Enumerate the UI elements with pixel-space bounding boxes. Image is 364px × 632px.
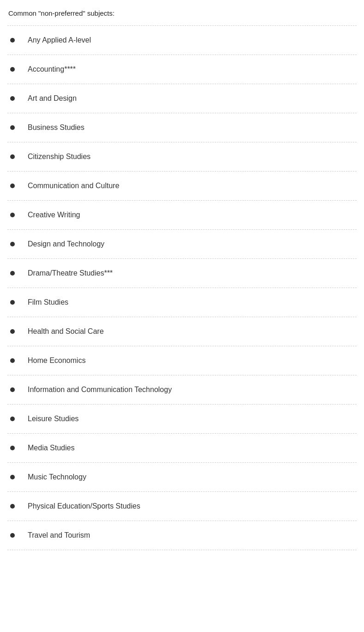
list-item-art-and-design: Art and Design bbox=[7, 84, 357, 113]
subject-label: Communication and Culture bbox=[28, 182, 119, 190]
bullet-icon bbox=[10, 446, 15, 450]
list-item-physical-education-sports-studies: Physical Education/Sports Studies bbox=[7, 492, 357, 521]
bullet-icon bbox=[10, 213, 15, 217]
list-item-citizenship-studies: Citizenship Studies bbox=[7, 142, 357, 172]
subject-label: Creative Writing bbox=[28, 211, 80, 219]
list-item-health-and-social-care: Health and Social Care bbox=[7, 317, 357, 346]
list-item-leisure-studies: Leisure Studies bbox=[7, 405, 357, 434]
page-container: Common "non-preferred" subjects: Any App… bbox=[0, 0, 364, 569]
subject-label: Leisure Studies bbox=[28, 415, 79, 423]
bullet-icon bbox=[10, 125, 15, 130]
subject-label: Design and Technology bbox=[28, 240, 104, 248]
subject-label: Travel and Tourism bbox=[28, 531, 90, 540]
page-heading: Common "non-preferred" subjects: bbox=[7, 9, 357, 17]
subject-label: Information and Communication Technology bbox=[28, 386, 172, 394]
subject-label: Drama/Theatre Studies*** bbox=[28, 269, 113, 277]
subject-label: Citizenship Studies bbox=[28, 153, 91, 161]
list-item-media-studies: Media Studies bbox=[7, 434, 357, 463]
bullet-icon bbox=[10, 533, 15, 538]
list-item-business-studies: Business Studies bbox=[7, 113, 357, 142]
list-item-communication-and-culture: Communication and Culture bbox=[7, 172, 357, 201]
bullet-icon bbox=[10, 300, 15, 305]
subject-label: Physical Education/Sports Studies bbox=[28, 502, 140, 510]
list-item-design-and-technology: Design and Technology bbox=[7, 230, 357, 259]
list-item-film-studies: Film Studies bbox=[7, 288, 357, 317]
bullet-icon bbox=[10, 96, 15, 101]
list-item-drama-theatre-studies: Drama/Theatre Studies*** bbox=[7, 259, 357, 288]
bullet-icon bbox=[10, 67, 15, 72]
bullet-icon bbox=[10, 242, 15, 246]
list-item-any-applied-a-level: Any Applied A-level bbox=[7, 26, 357, 55]
subject-list: Any Applied A-levelAccounting****Art and… bbox=[7, 26, 357, 550]
bullet-icon bbox=[10, 271, 15, 276]
subject-label: Media Studies bbox=[28, 444, 74, 452]
list-item-travel-and-tourism: Travel and Tourism bbox=[7, 521, 357, 550]
subject-label: Film Studies bbox=[28, 298, 68, 307]
bullet-icon bbox=[10, 358, 15, 363]
list-item-music-technology: Music Technology bbox=[7, 463, 357, 492]
bullet-icon bbox=[10, 504, 15, 509]
bullet-icon bbox=[10, 38, 15, 43]
bullet-icon bbox=[10, 329, 15, 334]
subject-label: Art and Design bbox=[28, 94, 77, 103]
list-item-accounting: Accounting**** bbox=[7, 55, 357, 84]
subject-label: Any Applied A-level bbox=[28, 36, 91, 44]
list-item-information-and-communication-technology: Information and Communication Technology bbox=[7, 375, 357, 405]
bullet-icon bbox=[10, 475, 15, 479]
list-item-home-economics: Home Economics bbox=[7, 346, 357, 375]
list-item-creative-writing: Creative Writing bbox=[7, 201, 357, 230]
subject-label: Health and Social Care bbox=[28, 327, 104, 336]
bullet-icon bbox=[10, 417, 15, 421]
bullet-icon bbox=[10, 154, 15, 159]
subject-label: Business Studies bbox=[28, 123, 85, 132]
bullet-icon bbox=[10, 184, 15, 188]
bullet-icon bbox=[10, 387, 15, 392]
subject-label: Music Technology bbox=[28, 473, 86, 481]
subject-label: Accounting**** bbox=[28, 65, 76, 74]
subject-label: Home Economics bbox=[28, 356, 85, 365]
